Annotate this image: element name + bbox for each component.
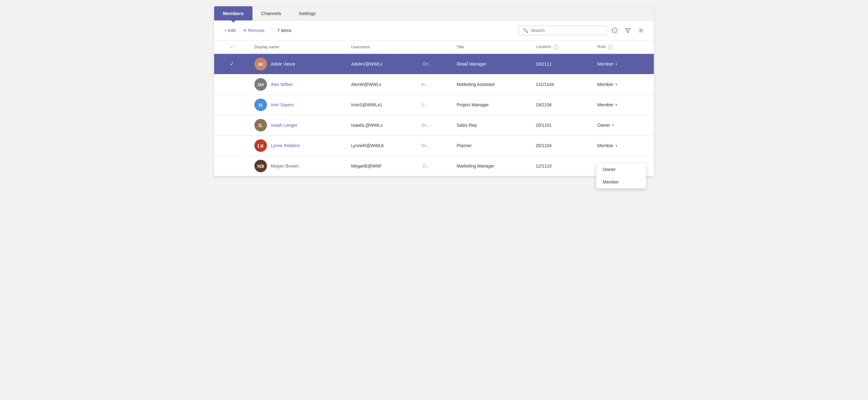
- display-name-cell-alex: AW Alex Wilber: [249, 74, 346, 94]
- domain-cell-isaiah: 0n...: [416, 115, 452, 135]
- add-button[interactable]: + Add: [222, 26, 238, 35]
- role-info-icon: i: [608, 44, 613, 49]
- name-text-isaiah: Isaiah Langer: [271, 123, 298, 128]
- location-cell-adele: 18/2111: [531, 54, 592, 74]
- dropdown-item-member[interactable]: Member: [596, 176, 646, 188]
- check-cell-lynne[interactable]: [214, 135, 249, 156]
- avatar-megan: MB: [254, 160, 267, 172]
- settings-icon-button[interactable]: [636, 26, 646, 35]
- search-box[interactable]: 🔍: [519, 26, 607, 35]
- username-cell-isaiah: IsaiahL@WWLx: [346, 115, 416, 135]
- domain-cell-alex: ln...: [416, 74, 452, 94]
- table-header-row: ✓ Display name Username Title Location i…: [214, 40, 654, 54]
- role-dropdown-adele[interactable]: Member ∨: [597, 62, 617, 67]
- info-circle-icon: i: [612, 28, 617, 33]
- gear-icon: [638, 28, 644, 33]
- title-cell-alex: Marketing Assistant: [452, 74, 531, 94]
- chevron-down-icon-isaiah: ∨: [612, 123, 614, 127]
- filter-icon-button[interactable]: [622, 26, 633, 35]
- check-all-icon: ✓: [230, 44, 234, 49]
- name-text-lynne: Lynne Robbins: [271, 143, 300, 148]
- svg-marker-2: [626, 29, 630, 33]
- header-username: Username: [346, 40, 416, 54]
- display-name-cell-adele: AV Adele Vance: [249, 54, 346, 74]
- check-cell-isaiah[interactable]: [214, 115, 249, 135]
- location-cell-megan: 12/1110: [531, 156, 592, 176]
- location-cell-irvin: 19/2106: [531, 94, 592, 115]
- username-cell-irvin: IrvinS@WWLx1: [346, 94, 416, 115]
- dropdown-item-owner[interactable]: Owner: [596, 163, 646, 176]
- role-dropdown-menu: Owner Member: [596, 163, 646, 189]
- check-cell-alex[interactable]: [214, 74, 249, 94]
- role-dropdown-alex[interactable]: Member ∨: [597, 82, 617, 87]
- check-cell-irvin[interactable]: [214, 94, 249, 115]
- avatar-isaiah: IL: [254, 119, 267, 131]
- check-cell-adele[interactable]: ✓: [214, 54, 249, 74]
- chevron-down-icon-irvin: ∨: [615, 103, 617, 106]
- table-row[interactable]: ✓ AV Adele Vance AdeleV@WWLx .On... Reta…: [214, 54, 654, 74]
- tab-channels[interactable]: Channels: [252, 6, 290, 21]
- location-cell-alex: 131/1104: [531, 74, 592, 94]
- svg-text:AV: AV: [258, 62, 264, 67]
- svg-text:IL: IL: [258, 123, 263, 128]
- svg-text:LR: LR: [257, 144, 264, 148]
- svg-text:AW: AW: [257, 82, 265, 87]
- title-cell-irvin: Project Manager: [452, 94, 531, 115]
- tabs-row: Members Channels Settings: [214, 6, 654, 21]
- check-cell-megan[interactable]: [214, 156, 249, 176]
- svg-point-3: [640, 30, 642, 31]
- name-text-adele: Adele Vance: [271, 62, 295, 67]
- chevron-down-icon-adele: ∨: [615, 62, 617, 66]
- title-cell-lynne: Planner: [452, 135, 531, 156]
- table-row[interactable]: AW Alex Wilber AlexW@WWLx ln... Marketin…: [214, 74, 654, 94]
- role-cell-irvin[interactable]: Member ∨: [592, 94, 654, 115]
- role-dropdown-isaiah[interactable]: Owner ∨: [597, 123, 614, 128]
- table-row[interactable]: IS Irvin Sayers IrvinS@WWLx1 1... Projec…: [214, 94, 654, 115]
- header-location: Location i: [531, 40, 592, 54]
- username-cell-alex: AlexW@WWLx: [346, 74, 416, 94]
- avatar-irvin: IS: [254, 99, 267, 111]
- svg-text:IS: IS: [258, 103, 262, 108]
- role-dropdown-lynne[interactable]: Member ∨: [597, 143, 617, 148]
- toolbar-divider: [272, 27, 272, 34]
- table-container: ✓ Display name Username Title Location i…: [214, 40, 654, 176]
- members-table: ✓ Display name Username Title Location i…: [214, 40, 654, 176]
- location-cell-lynne: 20/1104: [531, 135, 592, 156]
- table-row[interactable]: MB Megan Bowen MeganB@WWl .O... Marketin…: [214, 156, 654, 176]
- tab-settings[interactable]: Settings: [290, 6, 324, 21]
- display-name-cell-irvin: IS Irvin Sayers: [249, 94, 346, 115]
- tab-members[interactable]: Members: [214, 6, 252, 21]
- header-check: ✓: [214, 40, 249, 54]
- location-info-icon: i: [554, 44, 559, 49]
- search-icon: 🔍: [523, 28, 528, 33]
- domain-cell-lynne: 0n...: [416, 135, 452, 156]
- info-icon-button[interactable]: i: [609, 26, 620, 35]
- display-name-cell-megan: MB Megan Bowen: [249, 156, 346, 176]
- title-cell-isaiah: Sales Rep: [452, 115, 531, 135]
- role-cell-adele[interactable]: Member ∨: [592, 54, 654, 74]
- role-cell-isaiah[interactable]: Owner ∨: [592, 115, 654, 135]
- display-name-cell-isaiah: IL Isaiah Langer: [249, 115, 346, 135]
- role-cell-alex[interactable]: Member ∨: [592, 74, 654, 94]
- domain-cell-megan: .O...: [416, 156, 452, 176]
- title-cell-adele: Retail Manager: [452, 54, 531, 74]
- header-title: Title: [452, 40, 531, 54]
- avatar-lynne: LR: [254, 139, 267, 152]
- table-row[interactable]: IL Isaiah Langer IsaiahL@WWLx 0n... Sale…: [214, 115, 654, 135]
- remove-button[interactable]: ✕ Remove: [241, 26, 267, 35]
- name-text-irvin: Irvin Sayers: [271, 102, 294, 107]
- header-domain: [416, 40, 452, 54]
- avatar-alex: AW: [254, 78, 267, 91]
- role-dropdown-irvin[interactable]: Member ∨: [597, 102, 617, 107]
- location-cell-isaiah: 20/1101: [531, 115, 592, 135]
- chevron-down-icon-lynne: ∨: [615, 144, 617, 147]
- table-row[interactable]: LR Lynne Robbins LynneR@WWLb 0n... Plann…: [214, 135, 654, 156]
- avatar-adele: AV: [254, 58, 267, 70]
- checkmark-icon: ✓: [230, 61, 234, 67]
- main-container: Members Channels Settings + Add ✕ Remove…: [214, 6, 654, 176]
- search-input[interactable]: [531, 28, 602, 33]
- username-cell-adele: AdeleV@WWLx: [346, 54, 416, 74]
- role-cell-lynne[interactable]: Member ∨: [592, 135, 654, 156]
- title-cell-megan: Marketing Manager: [452, 156, 531, 176]
- filter-icon: [625, 28, 630, 33]
